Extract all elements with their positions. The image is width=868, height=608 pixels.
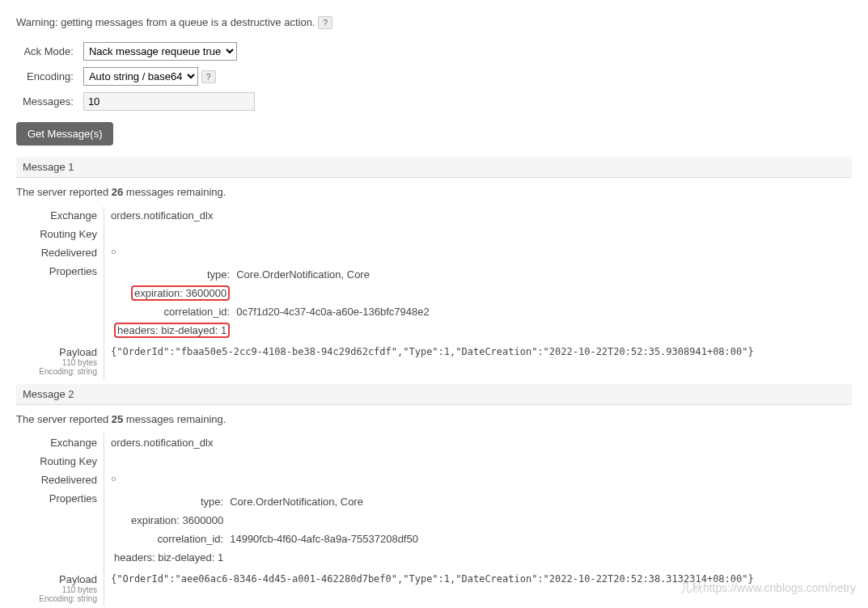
message-header: Message 2: [16, 384, 852, 405]
prop-type-label: type:: [111, 265, 233, 284]
prop-correlation-id-value: 0c7f1d20-4c37-4c0a-a60e-136bfc7948e2: [233, 302, 433, 321]
redelivered-value: ○: [104, 471, 852, 489]
server-report: The server reported 25 messages remainin…: [16, 405, 852, 433]
properties-table: type: Core.OrderNotification, Core expir…: [111, 265, 433, 340]
prop-type-label: type:: [111, 492, 227, 511]
ack-mode-label: Ack Mode:: [19, 40, 77, 62]
prop-correlation-id-label: correlation_id:: [111, 530, 227, 548]
message-header: Message 1: [16, 157, 852, 178]
server-report: The server reported 26 messages remainin…: [16, 178, 852, 206]
redelivered-label: Redelivered: [16, 243, 104, 262]
form-table: Ack Mode: Nack message requeue true Enco…: [16, 37, 261, 116]
exchange-label: Exchange: [16, 433, 104, 452]
payload-size: 110 bytes: [16, 358, 97, 367]
ack-mode-select[interactable]: Nack message requeue true: [83, 42, 237, 61]
prop-headers-label: headers:: [114, 551, 155, 564]
prop-headers-sub-label: biz-delayed:: [158, 551, 214, 564]
prop-headers-label: headers:: [117, 324, 159, 336]
redelivered-label: Redelivered: [16, 471, 104, 489]
message-detail-table: Exchange orders.notification_dlx Routing…: [16, 433, 852, 606]
help-icon[interactable]: ?: [201, 70, 216, 83]
routing-key-label: Routing Key: [16, 225, 104, 243]
payload-value: {"OrderId":"fbaa50e5-2cc9-4108-be38-94c2…: [104, 343, 852, 379]
payload-size: 110 bytes: [16, 585, 97, 594]
get-messages-button[interactable]: Get Message(s): [16, 122, 113, 146]
routing-key-value: [104, 452, 852, 471]
encoding-label: Encoding:: [19, 65, 77, 87]
warning-text: Warning: getting messages from a queue i…: [16, 16, 315, 28]
prop-expiration-value: 3600000: [183, 514, 224, 526]
prop-type-value: Core.OrderNotification, Core: [227, 492, 421, 511]
message-block: Message 1 The server reported 26 message…: [16, 157, 852, 379]
encoding-select[interactable]: Auto string / base64: [83, 67, 198, 86]
payload-label: Payload: [16, 346, 97, 358]
routing-key-value: [104, 225, 852, 243]
prop-correlation-id-value: 14990fcb-4f60-4afc-8a9a-75537208df50: [227, 530, 421, 548]
help-icon[interactable]: ?: [318, 16, 332, 29]
payload-label: Payload: [16, 573, 97, 585]
prop-headers-sub-value: 1: [218, 551, 223, 564]
prop-headers-sub-value: 1: [221, 324, 227, 336]
prop-type-value: Core.OrderNotification, Core: [233, 265, 433, 284]
exchange-label: Exchange: [16, 206, 104, 225]
prop-expiration-label: expiration:: [134, 287, 183, 299]
payload-encoding: Encoding: string: [16, 594, 97, 603]
messages-label: Messages:: [19, 91, 77, 112]
prop-headers-sub-label: biz-delayed:: [161, 324, 218, 336]
properties-table: type: Core.OrderNotification, Core expir…: [111, 492, 421, 567]
message-detail-table: Exchange orders.notification_dlx Routing…: [16, 206, 852, 379]
exchange-value: orders.notification_dlx: [104, 206, 852, 225]
properties-label: Properties: [16, 489, 104, 570]
messages-input[interactable]: [83, 92, 255, 111]
exchange-value: orders.notification_dlx: [104, 433, 852, 452]
properties-label: Properties: [16, 262, 104, 343]
redelivered-value: ○: [104, 243, 852, 262]
prop-correlation-id-label: correlation_id:: [111, 302, 233, 321]
watermark: 几秋https://www.cnblogs.com/netry: [680, 581, 856, 596]
prop-expiration-label: expiration:: [131, 514, 180, 526]
message-block: Message 2 The server reported 25 message…: [16, 384, 852, 606]
prop-expiration-value: 3600000: [186, 287, 227, 299]
payload-encoding: Encoding: string: [16, 367, 97, 376]
routing-key-label: Routing Key: [16, 452, 104, 471]
